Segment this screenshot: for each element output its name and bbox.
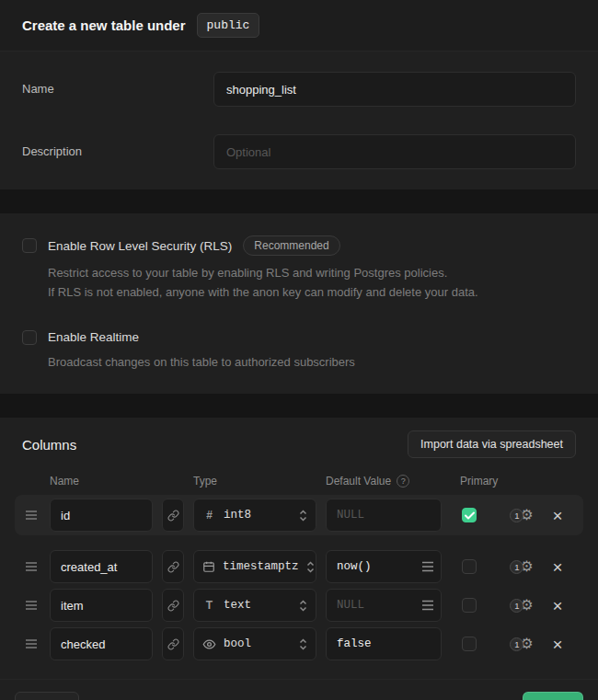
- rls-description: Restrict access to your table by enablin…: [48, 263, 576, 303]
- columns-title: Columns: [22, 437, 76, 453]
- columns-section: Columns Import data via spreadsheet Name…: [0, 418, 598, 679]
- section-divider: [0, 394, 598, 418]
- save-button[interactable]: Save: [523, 692, 583, 700]
- primary-checkbox[interactable]: [462, 637, 477, 651]
- table-description-input[interactable]: [213, 134, 576, 169]
- description-field-row: Description: [22, 134, 576, 169]
- column-header-type: Type: [193, 475, 316, 488]
- calendar-icon: [202, 560, 215, 573]
- text-icon: T: [202, 599, 216, 612]
- column-name-input[interactable]: [50, 627, 153, 660]
- column-row-item: T text 1 ⚙ ×: [22, 589, 576, 622]
- column-settings-button[interactable]: 1 ⚙: [497, 559, 539, 574]
- foreign-key-link-button[interactable]: [162, 499, 184, 532]
- column-type-select[interactable]: T text: [193, 589, 316, 622]
- link-icon: [167, 638, 179, 650]
- remove-column-button[interactable]: ×: [548, 597, 567, 614]
- help-icon[interactable]: ?: [397, 475, 409, 488]
- realtime-block: Enable Realtime Broadcast changes on thi…: [22, 330, 576, 372]
- schema-badge: public: [197, 13, 260, 38]
- column-type-select[interactable]: # int8: [193, 499, 316, 532]
- primary-checkbox[interactable]: [462, 598, 477, 613]
- column-settings-button[interactable]: 1 ⚙: [497, 637, 539, 651]
- chevron-updown-icon: [299, 509, 307, 522]
- table-info-section: Name Description: [0, 52, 598, 189]
- recommended-badge: Recommended: [243, 235, 339, 256]
- import-spreadsheet-button[interactable]: Import data via spreadsheet: [408, 430, 576, 458]
- column-row-checked: bool 1 ⚙ ×: [22, 627, 576, 660]
- create-table-modal: Create a new table under public Name Des…: [0, 0, 598, 700]
- realtime-description: Broadcast changes on this table to autho…: [48, 352, 576, 372]
- column-header-primary: Primary: [451, 475, 488, 488]
- default-suggestions-icon[interactable]: [421, 600, 434, 611]
- chevron-updown-icon: [299, 637, 307, 651]
- foreign-key-link-button[interactable]: [162, 627, 184, 660]
- eye-icon: [202, 637, 216, 651]
- column-settings-button[interactable]: 1 ⚙: [497, 508, 539, 522]
- realtime-checkbox[interactable]: [22, 330, 37, 345]
- rls-block: Enable Row Level Security (RLS) Recommen…: [22, 235, 576, 303]
- column-name-input[interactable]: [50, 499, 153, 532]
- column-type-select[interactable]: bool: [193, 627, 316, 660]
- foreign-key-link-button[interactable]: [162, 550, 184, 583]
- column-name-input[interactable]: [50, 589, 153, 622]
- hash-icon: #: [202, 509, 216, 522]
- column-row-id: # int8 1 ⚙ ×: [15, 495, 583, 535]
- link-icon: [167, 510, 179, 522]
- section-divider: [0, 189, 598, 213]
- columns-table-header: Name Type Default Value ? Primary: [22, 475, 576, 488]
- rls-description-line2: If RLS is not enabled, anyone with the a…: [48, 282, 576, 302]
- column-row-created-at: timestamptz 1 ⚙ ×: [22, 550, 576, 583]
- table-name-input[interactable]: [213, 72, 576, 107]
- column-type-label: bool: [224, 637, 251, 650]
- chevron-updown-icon: [306, 560, 315, 574]
- security-section: Enable Row Level Security (RLS) Recommen…: [0, 213, 598, 394]
- column-name-input[interactable]: [50, 550, 153, 583]
- column-header-name: Name: [50, 475, 153, 488]
- drag-handle-icon[interactable]: [22, 561, 40, 572]
- description-label: Description: [22, 134, 213, 158]
- chevron-updown-icon: [299, 599, 307, 613]
- column-type-select[interactable]: timestamptz: [193, 550, 316, 583]
- column-type-label: text: [224, 599, 251, 612]
- remove-column-button[interactable]: ×: [548, 507, 567, 524]
- cancel-button[interactable]: Cancel: [15, 692, 79, 700]
- name-label: Name: [22, 72, 213, 96]
- column-header-default: Default Value: [326, 475, 391, 488]
- drag-handle-icon[interactable]: [22, 600, 40, 611]
- modal-title: Create a new table under: [22, 17, 186, 33]
- default-suggestions-icon[interactable]: [421, 561, 434, 572]
- rls-checkbox[interactable]: [22, 238, 37, 253]
- link-icon: [167, 561, 179, 573]
- column-type-label: int8: [224, 509, 251, 522]
- primary-checkbox[interactable]: [462, 559, 477, 574]
- drag-handle-icon[interactable]: [22, 638, 40, 649]
- column-type-label: timestamptz: [223, 560, 299, 573]
- remove-column-button[interactable]: ×: [548, 558, 567, 576]
- modal-footer: Cancel Save: [0, 679, 598, 700]
- modal-header: Create a new table under public: [0, 0, 598, 52]
- realtime-label: Enable Realtime: [48, 330, 139, 344]
- drag-handle-icon[interactable]: [22, 510, 40, 521]
- column-default-input[interactable]: [326, 627, 442, 660]
- name-field-row: Name: [22, 72, 576, 107]
- column-default-input: [326, 499, 442, 532]
- column-settings-button[interactable]: 1 ⚙: [497, 598, 539, 613]
- rls-description-line1: Restrict access to your table by enablin…: [48, 263, 576, 282]
- link-icon: [167, 600, 179, 612]
- primary-checkbox[interactable]: [462, 508, 477, 522]
- check-icon: [465, 511, 475, 520]
- rls-label: Enable Row Level Security (RLS): [48, 239, 232, 253]
- foreign-key-link-button[interactable]: [162, 589, 184, 622]
- remove-column-button[interactable]: ×: [548, 636, 567, 653]
